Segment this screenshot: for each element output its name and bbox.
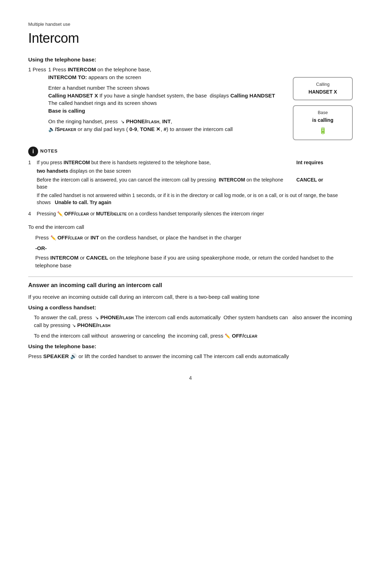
speaker-label: /SPEAKER	[55, 126, 76, 132]
tone-label: TONE ✕	[140, 126, 161, 132]
end-call-press2: Press INTERCOM or CANCEL on the telephon…	[35, 254, 353, 269]
notes-section: i NOTES 1 If you press INTERCOM but ther…	[28, 147, 353, 218]
battery-icon: 🔋	[319, 126, 327, 135]
section-divider	[28, 277, 353, 277]
end-call-intro: To end the intercom call	[28, 223, 353, 231]
note-1-two-handsets: two handsets displays on the base screen	[37, 168, 353, 175]
step-1: 1 Press 1 Press INTERCOM on the telephon…	[28, 66, 282, 136]
info-icon: i	[28, 147, 38, 156]
phone-flash-label: PHONE/Flash	[126, 118, 159, 124]
speaker-icon-inline: 🔈	[48, 126, 55, 132]
note-1-unable: If the called handset is not answered wi…	[37, 192, 353, 206]
note-4-number: 4	[28, 210, 34, 218]
end-call-section: To end the intercom call Press ✏️ OFF/CL…	[28, 223, 353, 269]
using-telephone-base-heading2: Using the telephone base:	[28, 343, 353, 350]
section-label: Multiple handset use	[28, 21, 353, 28]
note-1-content: If you press INTERCOM but there is hands…	[37, 159, 353, 208]
cancel-or-aside: CANCEL or	[296, 177, 323, 183]
answer-incoming-intro: If you receive an incoming outside call …	[28, 293, 353, 301]
answer-incoming-heading: Answer an incoming call during an interc…	[28, 281, 353, 290]
screen-calling-line2: HANDSET X	[309, 88, 337, 95]
end-call-press1: Press ✏️ OFF/CLEAR or INT on the cordles…	[35, 234, 353, 242]
calling-handset-x: Calling HANDSET X	[48, 93, 98, 99]
note-4-content: Pressing ✏️ OFF/CLEAR or MUTE/DELETE on …	[37, 210, 353, 218]
page-title: Intercom	[28, 29, 353, 48]
intercom-to-label: INTERCOM TO:	[48, 74, 87, 80]
phone-icon-inline: ↘	[121, 119, 125, 124]
base-is-calling: Base is calling	[48, 108, 85, 114]
telephone-base-text: Press SPEAKER 🔊 or lift the corded hands…	[28, 352, 353, 360]
screen-calling-line1: Calling	[316, 81, 329, 88]
screen-box-base: Base is calling 🔋	[293, 105, 353, 140]
int-requires-aside: Int requires	[296, 160, 323, 165]
answer-incoming-section: Answer an incoming call during an interc…	[28, 281, 353, 360]
intercom-label: INTERCOM	[68, 66, 96, 72]
screen-base-line2: is calling	[312, 117, 333, 124]
note-1: 1 If you press INTERCOM but there is han…	[28, 159, 353, 208]
keys-label: 0-9	[129, 126, 137, 132]
using-telephone-base-heading: Using the telephone base:	[28, 56, 282, 64]
page-number: 4	[28, 374, 353, 381]
note-1-number: 1	[28, 159, 34, 208]
notes-label: NOTES	[40, 148, 58, 155]
cordless-p1: To answer the call, press ↘ PHONE/Flash …	[34, 314, 353, 329]
screen-box-calling: Calling HANDSET X	[293, 77, 353, 100]
using-cordless-heading: Using a cordless handset:	[28, 304, 353, 311]
step-1-content: 1 Press INTERCOM on the telephone base, …	[48, 66, 282, 136]
screen-base-line1: Base	[318, 109, 328, 116]
step-1-number: 1 Press	[28, 66, 46, 136]
cordless-p2: To end the intercom call without answeri…	[34, 332, 353, 340]
int-label: INT	[162, 118, 171, 124]
note-4: 4 Pressing ✏️ OFF/CLEAR or MUTE/DELETE o…	[28, 210, 353, 218]
hash-label: #	[164, 126, 167, 132]
or-divider: -OR-	[35, 244, 353, 252]
calling-handset: Calling HANDSET	[230, 93, 275, 99]
